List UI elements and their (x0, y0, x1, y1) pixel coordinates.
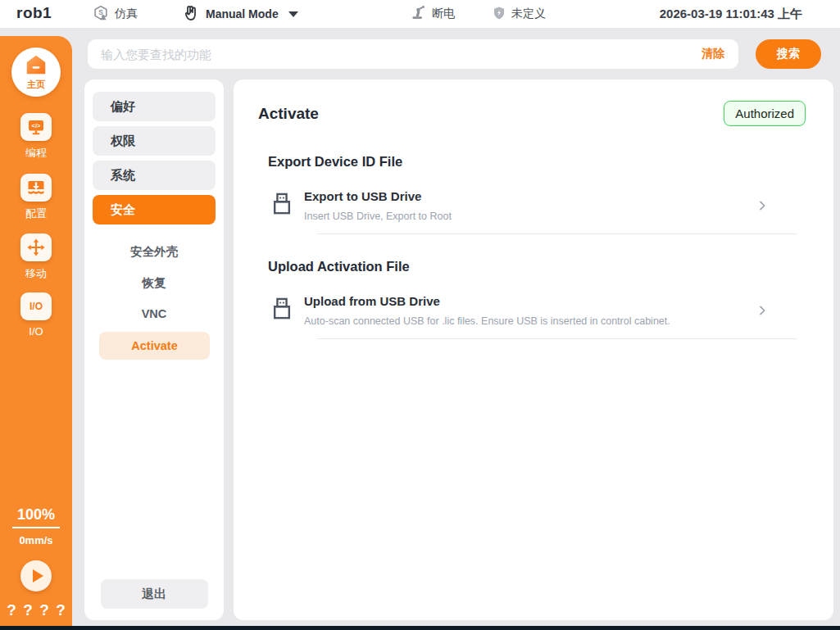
unknown-icon-3[interactable]: ? (39, 601, 49, 619)
activate-panel: Activate Authorized Export Device ID Fil… (234, 79, 833, 620)
settings-menu-panel: 偏好 权限 系统 安全 安全外壳 恢复 VNC Activate 退出 (84, 79, 224, 620)
sidebar-item-config[interactable]: 配置 (0, 174, 72, 221)
play-icon (33, 569, 43, 582)
unknown-icon-4[interactable]: ? (56, 601, 66, 619)
clear-button[interactable]: 清除 (695, 47, 738, 61)
menu-item-preferences[interactable]: 偏好 (93, 92, 216, 121)
usb-drive-icon (271, 192, 293, 220)
power-label: 断电 (432, 7, 455, 21)
safety-status[interactable]: 未定义 (492, 0, 546, 28)
mode-label: Manual Mode (206, 7, 279, 20)
exit-button[interactable]: 退出 (101, 579, 208, 609)
home-icon (24, 54, 48, 79)
unknown-icon-1[interactable]: ? (7, 601, 16, 619)
menu-item-safety[interactable]: 安全 (93, 195, 216, 224)
divider (317, 233, 797, 234)
sidebar-item-io-label: I/O (29, 325, 43, 338)
chevron-down-icon (288, 11, 298, 17)
power-status[interactable]: 断电 (410, 0, 455, 28)
menu-item-permissions[interactable]: 权限 (93, 126, 216, 156)
play-button[interactable] (20, 560, 52, 591)
shield-bolt-icon (492, 6, 506, 23)
chevron-right-icon[interactable] (756, 199, 769, 212)
download-config-icon (20, 174, 52, 202)
app-logo: rob1 (16, 4, 52, 22)
sidebar-item-home-label: 主页 (27, 79, 45, 91)
code-monitor-icon: </> (20, 113, 52, 141)
sidebar-item-io[interactable]: I/O I/O (0, 292, 72, 338)
usb-drive-icon (271, 297, 293, 324)
status-badge: Authorized (724, 101, 806, 126)
upload-usb-subtitle: Auto-scan connected USB for .lic files. … (304, 315, 756, 327)
export-usb-subtitle: Insert USB Drive, Export to Root (304, 211, 756, 222)
speed-percent-control[interactable]: 100% (0, 506, 72, 528)
speed-underline (12, 527, 60, 528)
bottom-edge-bar (0, 626, 840, 630)
unknown-icon-2[interactable]: ? (23, 601, 33, 619)
submenu-item-recovery[interactable]: 恢复 (93, 267, 216, 298)
page-title: Activate (258, 105, 319, 123)
simulation-label: 仿真 (115, 7, 138, 21)
upload-usb-title: Upload from USB Drive (304, 294, 756, 308)
speed-value: 0mm/s (0, 534, 72, 546)
submenu-item-vnc[interactable]: VNC (93, 298, 216, 329)
move-arrows-icon (20, 233, 52, 261)
menu-item-system[interactable]: 系统 (93, 161, 216, 190)
search-input[interactable] (88, 48, 695, 61)
section-heading-export: Export Device ID File (268, 154, 806, 170)
sidebar-item-move[interactable]: 移动 (0, 233, 72, 281)
io-icon: I/O (20, 292, 52, 320)
robot-arm-icon (410, 4, 427, 24)
search-button[interactable]: 搜索 (756, 39, 821, 69)
export-usb-row[interactable]: Export to USB Drive Insert USB Drive, Ex… (271, 189, 806, 222)
hand-icon (181, 3, 201, 25)
chevron-right-icon[interactable] (756, 304, 769, 317)
simulation-toggle[interactable]: S 仿真 (92, 0, 138, 28)
sidebar-item-program-label: 编程 (25, 146, 47, 161)
mode-dropdown[interactable]: Manual Mode (181, 0, 298, 28)
sidebar-item-config-label: 配置 (25, 206, 47, 221)
top-bar: rob1 S 仿真 Manual Mode (0, 0, 840, 28)
sidebar-item-move-label: 移动 (25, 266, 47, 281)
submenu-item-activate[interactable]: Activate (99, 332, 210, 360)
svg-text:</>: </> (32, 122, 41, 129)
upload-usb-row[interactable]: Upload from USB Drive Auto-scan connecte… (271, 294, 806, 327)
divider (317, 338, 797, 339)
sidebar-item-home[interactable]: 主页 (11, 48, 61, 97)
simulation-hexagon-icon: S (92, 4, 110, 25)
status-icon-row: ? ? ? ? (0, 601, 72, 619)
submenu-item-safety-shell[interactable]: 安全外壳 (93, 236, 216, 267)
section-heading-upload: Upload Activation File (268, 259, 806, 274)
safety-submenu: 安全外壳 恢复 VNC Activate (93, 236, 216, 360)
sidebar-item-program[interactable]: </> 编程 (0, 113, 72, 161)
main-sidebar: 主页 </> 编程 配置 (0, 36, 72, 630)
safety-label: 未定义 (511, 7, 546, 21)
search-bar: 清除 (88, 39, 738, 69)
export-usb-title: Export to USB Drive (304, 189, 756, 203)
datetime-display: 2026-03-19 11:01:43 上午 (660, 0, 802, 28)
